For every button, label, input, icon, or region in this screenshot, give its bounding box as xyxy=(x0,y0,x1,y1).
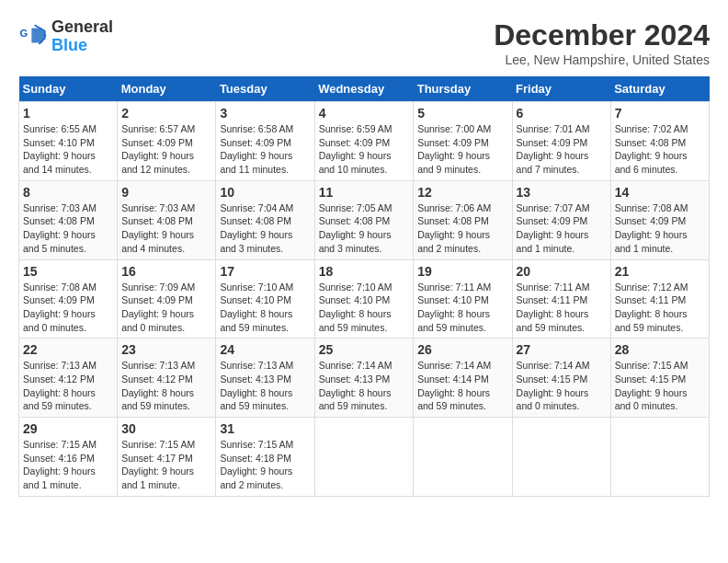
table-row: 7Sunrise: 7:02 AM Sunset: 4:08 PM Daylig… xyxy=(610,102,709,181)
day-info: Sunrise: 7:11 AM Sunset: 4:10 PM Dayligh… xyxy=(417,281,507,335)
table-row: 21Sunrise: 7:12 AM Sunset: 4:11 PM Dayli… xyxy=(610,259,709,339)
calendar-week-row: 1Sunrise: 6:55 AM Sunset: 4:10 PM Daylig… xyxy=(19,102,710,181)
day-info: Sunrise: 7:08 AM Sunset: 4:09 PM Dayligh… xyxy=(615,201,705,256)
day-info: Sunrise: 7:13 AM Sunset: 4:12 PM Dayligh… xyxy=(23,359,113,413)
day-info: Sunrise: 7:15 AM Sunset: 4:18 PM Dayligh… xyxy=(220,438,310,492)
day-number: 5 xyxy=(417,106,507,121)
location: Lee, New Hampshire, United States xyxy=(494,52,710,67)
table-row: 25Sunrise: 7:14 AM Sunset: 4:13 PM Dayli… xyxy=(314,339,414,418)
day-info: Sunrise: 7:01 AM Sunset: 4:09 PM Dayligh… xyxy=(517,122,607,177)
table-row: 14Sunrise: 7:08 AM Sunset: 4:09 PM Dayli… xyxy=(610,180,709,259)
day-number: 21 xyxy=(615,264,705,279)
day-number: 1 xyxy=(23,106,113,121)
day-number: 3 xyxy=(220,106,310,121)
day-info: Sunrise: 6:55 AM Sunset: 4:10 PM Dayligh… xyxy=(23,122,113,177)
table-row xyxy=(414,418,512,497)
day-info: Sunrise: 6:57 AM Sunset: 4:09 PM Dayligh… xyxy=(121,122,211,177)
day-number: 25 xyxy=(319,342,410,357)
table-row xyxy=(512,418,610,497)
day-info: Sunrise: 6:59 AM Sunset: 4:09 PM Dayligh… xyxy=(319,122,410,177)
table-row: 9Sunrise: 7:03 AM Sunset: 4:08 PM Daylig… xyxy=(118,180,216,259)
logo-icon: G xyxy=(18,22,48,52)
col-tuesday: Tuesday xyxy=(216,76,314,102)
svg-text:G: G xyxy=(20,28,28,39)
table-row: 12Sunrise: 7:06 AM Sunset: 4:08 PM Dayli… xyxy=(414,180,512,259)
month-title: December 2024 xyxy=(494,18,710,52)
table-row: 10Sunrise: 7:04 AM Sunset: 4:08 PM Dayli… xyxy=(216,180,314,259)
day-number: 24 xyxy=(220,342,310,357)
day-number: 16 xyxy=(121,264,211,279)
day-number: 30 xyxy=(121,421,211,436)
day-info: Sunrise: 7:03 AM Sunset: 4:08 PM Dayligh… xyxy=(121,201,211,256)
table-row: 16Sunrise: 7:09 AM Sunset: 4:09 PM Dayli… xyxy=(118,259,216,339)
day-number: 20 xyxy=(517,264,607,279)
col-wednesday: Wednesday xyxy=(314,76,414,102)
day-number: 12 xyxy=(417,185,507,200)
table-row: 19Sunrise: 7:11 AM Sunset: 4:10 PM Dayli… xyxy=(414,259,512,339)
day-info: Sunrise: 7:02 AM Sunset: 4:08 PM Dayligh… xyxy=(615,122,705,177)
title-section: December 2024 Lee, New Hampshire, United… xyxy=(494,18,710,67)
calendar-week-row: 8Sunrise: 7:03 AM Sunset: 4:08 PM Daylig… xyxy=(19,180,710,259)
table-row: 3Sunrise: 6:58 AM Sunset: 4:09 PM Daylig… xyxy=(216,102,314,181)
day-info: Sunrise: 7:08 AM Sunset: 4:09 PM Dayligh… xyxy=(23,281,113,335)
table-row xyxy=(610,418,709,497)
table-row: 2Sunrise: 6:57 AM Sunset: 4:09 PM Daylig… xyxy=(118,102,216,181)
col-thursday: Thursday xyxy=(414,76,512,102)
logo-line1: General xyxy=(51,17,113,36)
table-row: 17Sunrise: 7:10 AM Sunset: 4:10 PM Dayli… xyxy=(216,259,314,339)
table-row: 22Sunrise: 7:13 AM Sunset: 4:12 PM Dayli… xyxy=(19,339,118,418)
day-number: 28 xyxy=(615,342,705,357)
day-number: 6 xyxy=(517,106,607,121)
day-info: Sunrise: 7:15 AM Sunset: 4:17 PM Dayligh… xyxy=(121,438,211,492)
table-row: 4Sunrise: 6:59 AM Sunset: 4:09 PM Daylig… xyxy=(314,102,414,181)
table-row: 15Sunrise: 7:08 AM Sunset: 4:09 PM Dayli… xyxy=(19,259,118,339)
day-info: Sunrise: 7:07 AM Sunset: 4:09 PM Dayligh… xyxy=(517,201,607,256)
calendar-header-row: Sunday Monday Tuesday Wednesday Thursday… xyxy=(19,76,710,102)
day-info: Sunrise: 7:12 AM Sunset: 4:11 PM Dayligh… xyxy=(615,281,705,335)
table-row xyxy=(314,418,414,497)
col-sunday: Sunday xyxy=(19,76,118,102)
table-row: 24Sunrise: 7:13 AM Sunset: 4:13 PM Dayli… xyxy=(216,339,314,418)
day-info: Sunrise: 7:05 AM Sunset: 4:08 PM Dayligh… xyxy=(319,201,410,256)
day-number: 19 xyxy=(417,264,507,279)
table-row: 13Sunrise: 7:07 AM Sunset: 4:09 PM Dayli… xyxy=(512,180,610,259)
table-row: 1Sunrise: 6:55 AM Sunset: 4:10 PM Daylig… xyxy=(19,102,118,181)
day-info: Sunrise: 7:03 AM Sunset: 4:08 PM Dayligh… xyxy=(23,201,113,256)
day-number: 26 xyxy=(417,342,507,357)
day-info: Sunrise: 7:06 AM Sunset: 4:08 PM Dayligh… xyxy=(417,201,507,256)
day-number: 14 xyxy=(615,185,705,200)
day-info: Sunrise: 7:13 AM Sunset: 4:12 PM Dayligh… xyxy=(121,359,211,413)
day-number: 15 xyxy=(23,264,113,279)
day-number: 10 xyxy=(220,185,310,200)
day-number: 11 xyxy=(319,185,410,200)
table-row: 29Sunrise: 7:15 AM Sunset: 4:16 PM Dayli… xyxy=(19,418,118,497)
day-number: 9 xyxy=(121,185,211,200)
day-info: Sunrise: 7:13 AM Sunset: 4:13 PM Dayligh… xyxy=(220,359,310,413)
day-number: 13 xyxy=(517,185,607,200)
day-info: Sunrise: 7:14 AM Sunset: 4:14 PM Dayligh… xyxy=(417,359,507,413)
day-info: Sunrise: 7:15 AM Sunset: 4:15 PM Dayligh… xyxy=(615,359,705,413)
calendar-week-row: 29Sunrise: 7:15 AM Sunset: 4:16 PM Dayli… xyxy=(19,418,710,497)
table-row: 28Sunrise: 7:15 AM Sunset: 4:15 PM Dayli… xyxy=(610,339,709,418)
table-row: 30Sunrise: 7:15 AM Sunset: 4:17 PM Dayli… xyxy=(118,418,216,497)
day-info: Sunrise: 7:15 AM Sunset: 4:16 PM Dayligh… xyxy=(23,438,113,492)
table-row: 31Sunrise: 7:15 AM Sunset: 4:18 PM Dayli… xyxy=(216,418,314,497)
day-number: 17 xyxy=(220,264,310,279)
day-number: 4 xyxy=(319,106,410,121)
table-row: 8Sunrise: 7:03 AM Sunset: 4:08 PM Daylig… xyxy=(19,180,118,259)
day-info: Sunrise: 7:09 AM Sunset: 4:09 PM Dayligh… xyxy=(121,281,211,335)
day-info: Sunrise: 7:11 AM Sunset: 4:11 PM Dayligh… xyxy=(517,281,607,335)
calendar-table: Sunday Monday Tuesday Wednesday Thursday… xyxy=(18,76,710,497)
logo-text: General Blue xyxy=(51,18,113,55)
day-info: Sunrise: 7:14 AM Sunset: 4:15 PM Dayligh… xyxy=(517,359,607,413)
day-number: 18 xyxy=(319,264,410,279)
day-number: 31 xyxy=(220,421,310,436)
table-row: 18Sunrise: 7:10 AM Sunset: 4:10 PM Dayli… xyxy=(314,259,414,339)
day-info: Sunrise: 7:10 AM Sunset: 4:10 PM Dayligh… xyxy=(319,281,410,335)
day-number: 27 xyxy=(517,342,607,357)
table-row: 26Sunrise: 7:14 AM Sunset: 4:14 PM Dayli… xyxy=(414,339,512,418)
col-friday: Friday xyxy=(512,76,610,102)
calendar-week-row: 15Sunrise: 7:08 AM Sunset: 4:09 PM Dayli… xyxy=(19,259,710,339)
day-info: Sunrise: 7:04 AM Sunset: 4:08 PM Dayligh… xyxy=(220,201,310,256)
day-info: Sunrise: 6:58 AM Sunset: 4:09 PM Dayligh… xyxy=(220,122,310,177)
